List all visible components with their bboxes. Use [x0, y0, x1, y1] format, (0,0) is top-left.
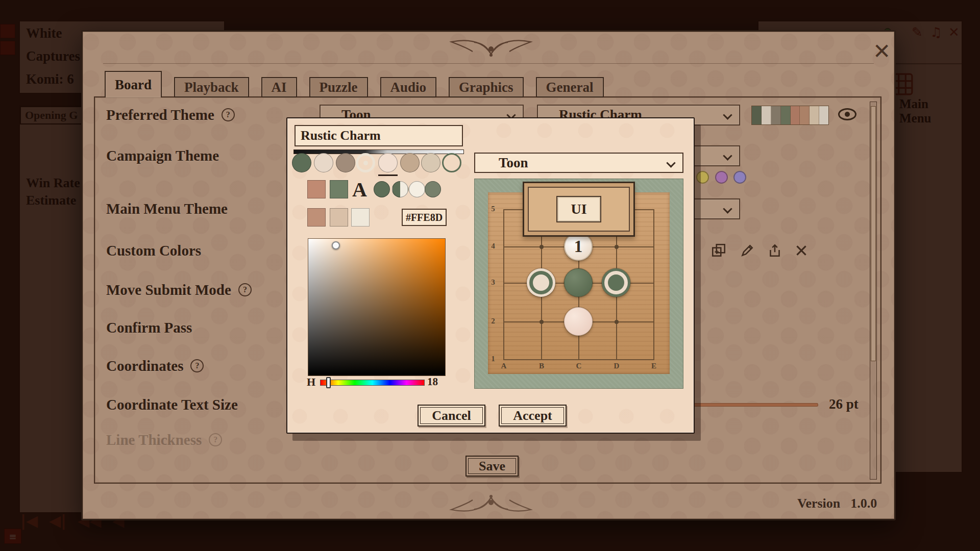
- preferred-theme-label: Preferred Theme: [106, 107, 214, 123]
- row-coordinate-text-size: Coordinate Text Size: [106, 394, 238, 415]
- coordinates-label: Coordinates: [106, 358, 183, 374]
- eye-icon[interactable]: [838, 108, 856, 120]
- divider: [103, 63, 874, 64]
- color-swatch[interactable]: [292, 153, 311, 172]
- split-color-swatch[interactable]: [392, 181, 408, 197]
- help-icon[interactable]: ?: [222, 108, 235, 121]
- game-screen: White Captures Komi: 6 Opening G Sw Win …: [0, 0, 980, 551]
- preview-theme-value: Toon: [499, 155, 528, 171]
- color-swatch[interactable]: [400, 153, 420, 172]
- saturation-value-picker[interactable]: [308, 238, 446, 376]
- help-icon[interactable]: ?: [190, 359, 204, 372]
- delete-icon[interactable]: [793, 242, 810, 259]
- tab-graphics[interactable]: Graphics: [449, 77, 524, 97]
- color-swatch[interactable]: [336, 153, 355, 172]
- theme-name-input[interactable]: [295, 125, 463, 146]
- color-swatch[interactable]: [330, 208, 348, 227]
- help-icon[interactable]: ?: [238, 283, 252, 296]
- main-menu-theme-label: Main Menu Theme: [106, 201, 228, 217]
- tab-general[interactable]: General: [536, 77, 604, 97]
- tab-puzzle[interactable]: Puzzle: [309, 77, 368, 97]
- hex-value-field[interactable]: #FFE8D: [402, 209, 447, 226]
- tab-ai[interactable]: AI: [261, 77, 297, 97]
- sv-picker-handle[interactable]: [332, 241, 340, 249]
- close-icon[interactable]: ✕: [873, 39, 891, 64]
- campaign-color-swatch[interactable]: [733, 171, 746, 184]
- save-button[interactable]: Save: [465, 456, 519, 477]
- theme-editor-dialog: A #FFE8D H 18 Toon: [286, 117, 695, 434]
- decorative-flourish: [425, 493, 557, 517]
- row-coordinate: 1: [489, 355, 497, 363]
- col-coordinate: C: [575, 362, 583, 370]
- color-swatch[interactable]: [421, 153, 440, 172]
- row-coordinate: 5: [489, 205, 497, 213]
- color-swatch[interactable]: [314, 153, 333, 172]
- color-swatch[interactable]: [425, 181, 441, 197]
- palette-bar: [781, 106, 791, 124]
- hue-label: H: [307, 375, 315, 389]
- campaign-color-swatch[interactable]: [696, 171, 709, 184]
- preview-theme-dropdown[interactable]: Toon: [474, 153, 683, 173]
- hue-value: 18: [427, 375, 438, 388]
- palette-bar: [752, 106, 762, 124]
- export-icon[interactable]: [767, 242, 783, 259]
- palette-bar: [771, 106, 781, 124]
- accept-button[interactable]: Accept: [499, 405, 567, 427]
- ringed-dark-stone: [602, 268, 630, 297]
- cancel-button[interactable]: Cancel: [418, 405, 485, 427]
- color-swatch[interactable]: [351, 208, 370, 227]
- ring-color-swatch[interactable]: [356, 153, 375, 172]
- col-coordinate: B: [537, 362, 546, 370]
- ui-preview-panel: UI: [523, 182, 635, 237]
- coordinate-size-value: 26 pt: [829, 396, 859, 412]
- tab-audio[interactable]: Audio: [380, 77, 437, 97]
- duplicate-icon[interactable]: [710, 242, 727, 259]
- row-main-menu-theme: Main Menu Theme: [106, 198, 228, 219]
- color-swatch-selected[interactable]: [378, 153, 398, 172]
- row-coordinate: 4: [489, 242, 497, 251]
- outline-color-swatch[interactable]: [442, 153, 461, 172]
- board-preview: 5 4 3 2 1 A B C D E 1 UI: [474, 179, 683, 389]
- decorative-flourish: [425, 35, 557, 58]
- color-swatch[interactable]: [307, 208, 326, 227]
- color-swatch[interactable]: [374, 181, 390, 197]
- palette-bar: [791, 106, 800, 124]
- letter-swatch[interactable]: A: [352, 178, 367, 202]
- line-thickness-label: Line Thickness: [106, 432, 202, 448]
- row-confirm-pass: Confirm Pass: [106, 317, 192, 338]
- help-icon[interactable]: ?: [209, 433, 222, 446]
- row-campaign-theme: Campaign Theme: [106, 145, 219, 166]
- color-swatch[interactable]: [330, 180, 348, 198]
- star-point: [540, 245, 544, 249]
- row-coordinate: 2: [489, 317, 497, 325]
- edit-icon[interactable]: [739, 242, 755, 259]
- version-value: 1.0.0: [850, 496, 877, 511]
- selected-swatch-underline: [378, 174, 398, 176]
- chevron-down-icon: [723, 110, 732, 119]
- eye-pupil: [845, 112, 850, 117]
- stone-ring: [604, 271, 628, 294]
- color-swatch[interactable]: [307, 180, 326, 198]
- palette-bar: [762, 106, 771, 124]
- settings-scrollbar[interactable]: [870, 102, 877, 480]
- col-coordinate: A: [500, 362, 508, 370]
- light-stone: [564, 307, 593, 336]
- star-point: [540, 320, 544, 324]
- chevron-down-icon: [723, 204, 732, 213]
- hue-slider-handle[interactable]: [326, 377, 331, 388]
- grid-line: [653, 209, 654, 360]
- coordinate-text-size-label: Coordinate Text Size: [106, 396, 238, 413]
- stone-ring: [529, 271, 553, 294]
- color-swatch[interactable]: [409, 181, 425, 197]
- campaign-color-swatch[interactable]: [715, 171, 728, 184]
- tab-playback[interactable]: Playback: [174, 77, 249, 97]
- tab-board[interactable]: Board: [105, 71, 162, 97]
- grid-line: [503, 359, 654, 360]
- confirm-pass-label: Confirm Pass: [106, 319, 192, 336]
- ringed-light-stone: [527, 268, 555, 297]
- hue-slider[interactable]: [320, 380, 425, 386]
- scrollbar-thumb[interactable]: [871, 106, 876, 361]
- row-move-submit-mode: Move Submit Mode ?: [106, 280, 252, 300]
- row-line-thickness: Line Thickness ?: [106, 430, 222, 450]
- campaign-theme-label: Campaign Theme: [106, 147, 219, 164]
